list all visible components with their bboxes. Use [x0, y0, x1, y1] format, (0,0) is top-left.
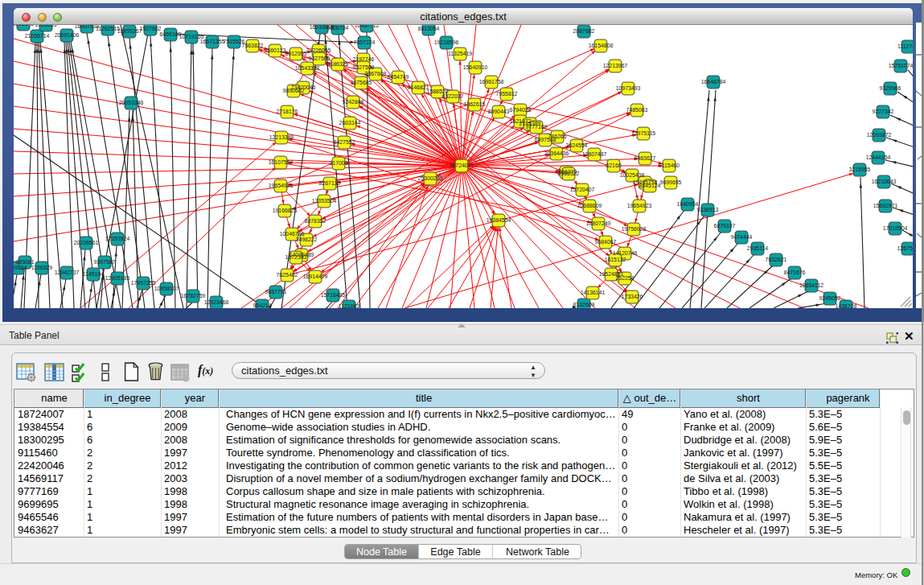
- svg-text:12942737: 12942737: [55, 270, 80, 275]
- svg-text:17353924: 17353924: [105, 236, 130, 241]
- svg-text:9338913: 9338913: [697, 207, 719, 212]
- svg-text:252254: 252254: [616, 275, 634, 281]
- svg-text:9327508: 9327508: [353, 64, 375, 70]
- svg-text:12905185: 12905185: [105, 275, 130, 281]
- svg-text:18724007: 18724007: [450, 163, 474, 168]
- svg-text:10688609: 10688609: [577, 203, 602, 208]
- svg-text:19654925: 19654925: [269, 183, 294, 188]
- svg-text:7632621: 7632621: [766, 257, 787, 262]
- svg-text:10025438: 10025438: [620, 172, 645, 178]
- svg-text:10046786: 10046786: [280, 231, 305, 237]
- svg-text:1156829: 1156829: [31, 265, 52, 270]
- svg-text:17957255: 17957255: [131, 280, 156, 286]
- svg-text:10973493: 10973493: [616, 85, 641, 91]
- svg-text:9657791: 9657791: [265, 289, 287, 295]
- svg-text:7625402: 7625402: [277, 272, 298, 278]
- svg-text:9890662: 9890662: [283, 88, 305, 93]
- svg-text:16543382: 16543382: [295, 65, 320, 71]
- svg-text:2367608: 2367608: [365, 71, 387, 76]
- svg-text:8454749: 8454749: [388, 74, 409, 80]
- svg-text:8845124: 8845124: [639, 183, 661, 188]
- svg-text:20691406: 20691406: [55, 32, 80, 38]
- svg-text:19756928: 19756928: [622, 226, 647, 232]
- svg-text:12923468: 12923468: [204, 299, 229, 305]
- svg-text:9227342: 9227342: [873, 109, 894, 114]
- svg-text:2986322: 2986322: [558, 171, 580, 176]
- svg-text:8878352: 8878352: [305, 218, 326, 224]
- svg-text:15692971: 15692971: [873, 203, 898, 208]
- svg-text:8990443: 8990443: [488, 109, 510, 114]
- svg-text:9245052: 9245052: [819, 295, 841, 301]
- svg-text:1905813: 1905813: [35, 25, 57, 27]
- svg-text:317006: 317006: [330, 160, 348, 166]
- svg-text:9684067: 9684067: [595, 239, 617, 245]
- svg-text:16782759: 16782759: [181, 293, 206, 299]
- svg-text:19654923: 19654923: [627, 203, 652, 208]
- svg-text:16671355: 16671355: [200, 39, 225, 44]
- svg-text:10958107: 10958107: [154, 286, 179, 291]
- svg-text:15720407: 15720407: [570, 187, 595, 192]
- svg-text:1572343: 1572343: [285, 254, 307, 260]
- svg-text:9777169: 9777169: [526, 124, 548, 130]
- svg-text:3675685: 3675685: [351, 80, 372, 85]
- svg-text:7485063: 7485063: [626, 107, 648, 113]
- svg-text:6466160: 6466160: [160, 31, 182, 37]
- svg-text:1640954: 1640954: [677, 201, 699, 207]
- svg-text:985081: 985081: [16, 259, 35, 265]
- svg-text:9397587: 9397587: [94, 259, 116, 265]
- svg-text:3624554: 3624554: [566, 142, 588, 148]
- svg-text:29053346: 29053346: [119, 100, 144, 105]
- svg-text:15716485: 15716485: [321, 292, 346, 298]
- svg-text:9327505: 9327505: [309, 56, 331, 61]
- svg-text:2603144: 2603144: [339, 120, 361, 126]
- svg-text:3498222: 3498222: [296, 237, 318, 242]
- svg-text:19218596: 19218596: [434, 39, 459, 45]
- svg-text:12213389: 12213389: [269, 134, 294, 140]
- svg-text:16107554: 16107554: [269, 159, 294, 165]
- svg-text:14136141: 14136141: [581, 290, 606, 295]
- svg-text:15640910: 15640910: [463, 64, 488, 70]
- svg-text:2935114: 2935114: [747, 245, 768, 251]
- svg-text:62160: 62160: [606, 163, 621, 168]
- svg-text:6879197: 6879197: [714, 223, 736, 229]
- svg-text:7357224: 7357224: [354, 39, 376, 45]
- svg-text:16914479: 16914479: [303, 274, 328, 279]
- svg-text:8322037: 8322037: [442, 93, 464, 99]
- svg-text:16154808: 16154808: [589, 43, 614, 48]
- svg-text:1733426: 1733426: [622, 294, 643, 299]
- svg-text:15751074: 15751074: [889, 63, 913, 68]
- svg-text:7955812: 7955812: [496, 91, 518, 97]
- svg-text:16648784: 16648784: [701, 79, 726, 84]
- svg-text:1615132: 1615132: [605, 257, 626, 262]
- svg-text:8427552: 8427552: [334, 139, 355, 145]
- svg-text:1436728: 1436728: [836, 303, 857, 308]
- svg-text:9115460: 9115460: [659, 163, 680, 168]
- svg-text:6497568: 6497568: [535, 137, 556, 142]
- svg-text:18807249: 18807249: [586, 220, 611, 226]
- svg-text:20364436: 20364436: [544, 150, 569, 156]
- svg-text:11325419: 11325419: [448, 51, 472, 56]
- svg-text:23226055: 23226055: [306, 47, 331, 53]
- svg-text:16210643: 16210643: [872, 179, 897, 184]
- svg-text:13353504: 13353504: [312, 198, 337, 204]
- svg-text:20206561: 20206561: [74, 240, 99, 245]
- svg-text:1112748: 1112748: [897, 43, 913, 49]
- svg-text:2718176: 2718176: [277, 109, 298, 114]
- svg-text:12975115: 12975115: [631, 130, 655, 136]
- svg-text:8267130: 8267130: [319, 180, 341, 186]
- svg-text:2197746: 2197746: [353, 56, 375, 62]
- svg-text:8912955: 8912955: [285, 51, 307, 56]
- svg-text:19384554: 19384554: [487, 217, 511, 223]
- svg-text:1121063: 1121063: [339, 303, 359, 308]
- svg-text:1362615: 1362615: [464, 101, 486, 107]
- svg-text:8813054: 8813054: [418, 26, 440, 31]
- svg-text:16961758: 16961758: [479, 79, 504, 84]
- svg-text:12213967: 12213967: [603, 63, 628, 68]
- svg-text:10654112: 10654112: [799, 282, 823, 288]
- svg-text:12444154: 12444154: [866, 154, 891, 160]
- svg-text:9806734: 9806734: [327, 25, 349, 31]
- svg-text:9146821: 9146821: [408, 84, 429, 90]
- svg-text:12093872: 12093872: [867, 132, 892, 138]
- svg-text:2087682: 2087682: [573, 28, 595, 34]
- svg-text:9474444: 9474444: [731, 234, 753, 240]
